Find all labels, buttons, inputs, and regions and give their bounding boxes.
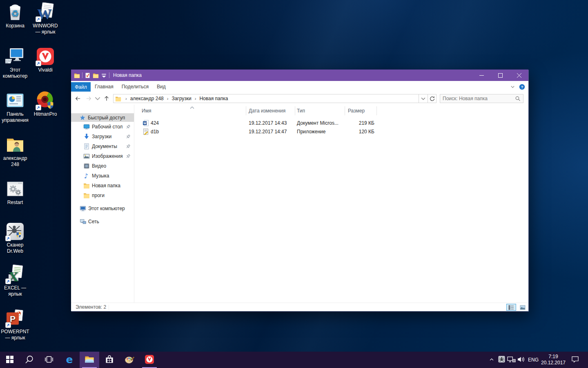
menu-home[interactable]: Главная — [91, 81, 118, 92]
user-folder-icon — [5, 135, 25, 155]
nav-label: Рабочий стол — [92, 124, 122, 130]
title-bar[interactable]: Новая папка — [71, 70, 528, 81]
tray-volume-icon[interactable] — [516, 352, 526, 368]
tray-expand-icon[interactable] — [487, 352, 497, 368]
breadcrumb-user[interactable]: александр 248 — [130, 96, 164, 101]
nav-network[interactable]: Сеть — [71, 217, 134, 227]
thumbnails-view-button[interactable] — [518, 304, 528, 311]
desktop-icon-label: HitmanPro — [30, 111, 60, 117]
nav-label: Видео — [92, 163, 106, 169]
nav-music[interactable]: ♪ Музыка — [71, 171, 134, 181]
shortcut-arrow-icon — [5, 278, 11, 284]
column-divider[interactable] — [345, 106, 345, 115]
address-dropdown-button[interactable] — [419, 94, 428, 103]
nav-new-folder[interactable]: Новая папка — [71, 181, 134, 191]
pin-icon — [125, 144, 131, 149]
desktop-icon-winword[interactable]: W WINWORD — ярлык — [30, 2, 60, 35]
taskbar-paint-button[interactable] — [120, 352, 139, 368]
file-type: Приложение — [297, 129, 325, 135]
menu-share[interactable]: Поделиться — [118, 81, 153, 92]
expand-ribbon-button[interactable] — [510, 85, 515, 89]
tray-drweb-icon[interactable] — [497, 352, 506, 368]
taskbar-store-button[interactable] — [100, 352, 119, 368]
folder-icon — [83, 182, 90, 189]
desktop-icon — [83, 123, 90, 130]
back-button[interactable] — [73, 93, 83, 104]
pin-icon — [125, 154, 131, 159]
column-header-name[interactable]: Имя — [142, 105, 151, 116]
desktop-icon-powerpnt[interactable]: P POWERPNT — ярлык — [0, 308, 30, 341]
nav-quick-access[interactable]: Быстрый доступ — [71, 113, 134, 122]
search-icon — [515, 96, 521, 101]
desktop-icon-label: EXCEL — — [0, 285, 30, 291]
forward-button[interactable] — [83, 93, 94, 104]
details-view-button[interactable] — [506, 304, 516, 311]
separator — [82, 72, 82, 78]
up-button[interactable] — [101, 93, 112, 104]
desktop-icon-restart[interactable]: Restart — [0, 179, 30, 206]
new-folder-button[interactable] — [93, 72, 99, 79]
nav-progi[interactable]: проги — [71, 191, 134, 200]
nav-pictures[interactable]: Изображения — [71, 151, 134, 161]
column-header-type[interactable]: Тип — [297, 105, 305, 116]
menu-view[interactable]: Вид — [153, 81, 170, 92]
column-header-modified[interactable]: Дата изменения — [249, 105, 285, 116]
file-list: Имя Дата изменения Тип Размер W424 19.12… — [135, 105, 528, 303]
column-header-size[interactable]: Размер — [348, 105, 365, 116]
close-button[interactable] — [510, 70, 528, 81]
maximize-button[interactable] — [491, 70, 510, 81]
desktop-icon-drweb[interactable]: Сканер Dr.Web — [0, 222, 30, 254]
nav-documents[interactable]: Документы — [71, 141, 134, 151]
column-divider[interactable] — [376, 106, 377, 115]
desktop-icon-user-folder[interactable]: александр 248 — [0, 135, 30, 168]
address-box[interactable]: › александр 248 › Загрузки › Новая папка — [113, 94, 437, 103]
file-modified: 19.12.2017 14:43 — [249, 120, 287, 126]
nav-downloads[interactable]: Загрузки — [71, 132, 134, 141]
breadcrumb-chevron: › — [192, 96, 200, 101]
desktop-icon-hitmanpro[interactable]: HitmanPro — [30, 91, 60, 117]
taskbar-edge-button[interactable]: e — [60, 352, 79, 368]
tray-clock[interactable]: 7:19 20.12.2017 — [539, 352, 568, 368]
desktop-icon-excel[interactable]: X EXCEL — ярлык — [0, 265, 30, 297]
sort-ascending-icon — [190, 105, 194, 108]
powerpoint-icon: P — [5, 308, 25, 328]
menu-file[interactable]: Файл — [71, 82, 91, 92]
tray-network-icon[interactable] — [506, 352, 516, 368]
notification-icon — [570, 352, 580, 368]
refresh-button[interactable] — [428, 94, 437, 103]
svg-text:W: W — [143, 121, 147, 125]
shortcut-arrow-icon — [36, 16, 41, 22]
recent-locations-button[interactable] — [94, 93, 101, 104]
search-input[interactable]: Поиск: Новая папка — [440, 94, 523, 103]
nav-videos[interactable]: Видео — [71, 161, 134, 171]
svg-text:e: e — [66, 355, 73, 364]
taskbar-vivaldi-button[interactable] — [140, 352, 159, 368]
tray-language[interactable]: ENG — [526, 352, 541, 368]
breadcrumb-downloads[interactable]: Загрузки — [172, 96, 191, 101]
desktop-icon-label: WINWORD — [30, 23, 60, 29]
desktop-icon-label: Restart — [0, 200, 30, 206]
nav-desktop[interactable]: Рабочий стол — [71, 122, 134, 132]
task-view-button[interactable] — [39, 352, 59, 368]
desktop-icon-label: Панель — [0, 111, 30, 117]
desktop-icon-this-pc[interactable]: Этот компьютер — [0, 47, 30, 79]
system-tray: ENG — [487, 352, 541, 368]
minimize-button[interactable] — [472, 70, 491, 81]
breadcrumb-current[interactable]: Новая папка — [199, 96, 228, 101]
help-button[interactable]: ? — [519, 84, 525, 90]
nav-this-pc[interactable]: Этот компьютер — [71, 204, 134, 213]
desktop-icon-recycle-bin[interactable]: ♻ Корзина — [0, 2, 30, 29]
pictures-icon — [83, 153, 90, 159]
tray-time: 7:19 — [539, 354, 568, 360]
taskbar-search-button[interactable] — [20, 352, 39, 368]
taskbar-explorer-button[interactable] — [80, 352, 99, 368]
desktop-icon-vivaldi[interactable]: Vivaldi — [30, 47, 60, 73]
desktop-icon-control-panel[interactable]: Панель управления — [0, 91, 30, 123]
start-button[interactable] — [0, 352, 20, 368]
nav-label: Загрузки — [92, 134, 111, 139]
column-divider[interactable] — [295, 106, 295, 115]
action-center[interactable] — [570, 352, 580, 368]
column-divider[interactable] — [246, 106, 246, 115]
customize-qat-button[interactable] — [101, 72, 107, 79]
properties-button[interactable] — [85, 72, 91, 79]
